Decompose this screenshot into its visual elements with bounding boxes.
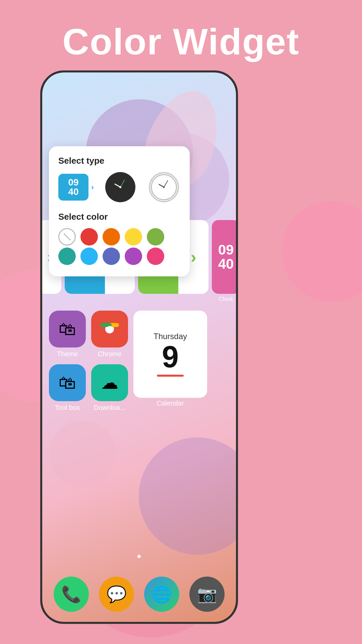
theme-icon: 🛍 — [49, 311, 86, 347]
dock-phone[interactable]: 📞 — [54, 577, 89, 612]
widget-type-popup: Select type 09 40 › — [49, 146, 190, 276]
color-swatch-indigo[interactable] — [103, 248, 120, 265]
green-chevron-icon: › — [191, 247, 196, 267]
app-chrome[interactable]: G Chrome — [91, 311, 128, 358]
color-swatches-row1 — [58, 228, 180, 246]
page-dot-active — [137, 555, 141, 558]
minimal-center — [163, 186, 165, 188]
app-theme[interactable]: 🛍 Theme — [49, 311, 86, 358]
phone-screen: Select type 09 40 › — [42, 72, 236, 622]
app-download[interactable]: ☁ Downloa... — [91, 364, 128, 412]
minimal-face — [151, 174, 177, 200]
toolbox-icon: 🛍 — [49, 364, 86, 401]
download-icon: ☁ — [91, 364, 128, 401]
color-swatch-red[interactable] — [80, 228, 98, 246]
app-toolbox[interactable]: 🛍 Tool box — [49, 364, 86, 412]
theme-label: Theme — [57, 350, 78, 358]
calendar-widget[interactable]: Thursday 9 Calendar — [133, 311, 207, 398]
calendar-label: Calendar — [133, 399, 207, 407]
dock-camera[interactable]: 📷 — [189, 577, 225, 612]
title-section: Color Widget — [0, 20, 362, 63]
type-analog[interactable] — [105, 172, 135, 202]
clock-face — [109, 175, 132, 199]
calendar-day-name: Thursday — [154, 332, 187, 341]
bottom-dock: 📞 💬 🌐 📷 — [42, 577, 236, 612]
color-swatch-purple[interactable] — [125, 248, 142, 265]
type-options-row: 09 40 › — [58, 172, 180, 202]
select-type-label: Select type — [58, 156, 180, 166]
dock-message[interactable]: 💬 — [99, 577, 134, 612]
phone-mockup: Select type 09 40 › — [40, 70, 238, 624]
color-swatch-light-blue[interactable] — [80, 248, 98, 265]
dock-browser[interactable]: 🌐 — [144, 577, 179, 612]
toolbox-label: Tool box — [55, 404, 80, 412]
chrome-icon: G — [91, 311, 128, 347]
color-swatch-pink[interactable] — [147, 248, 164, 265]
calendar-date: 9 — [162, 342, 179, 372]
select-color-label: Select color — [58, 212, 180, 222]
color-swatch-orange[interactable] — [103, 228, 120, 246]
page-title: Color Widget — [0, 20, 362, 63]
calendar-underline — [157, 375, 184, 377]
page-dots — [42, 555, 236, 558]
type-digital[interactable]: 09 40 › — [58, 174, 88, 201]
clock-center — [119, 186, 121, 188]
minimal-preview — [149, 172, 179, 202]
pink-clock-label: Clock — [212, 296, 236, 303]
color-swatch-yellow[interactable] — [125, 228, 142, 246]
widget-pink-edge: 09 40 Clock — [212, 220, 236, 294]
color-swatch-green[interactable] — [147, 228, 164, 246]
type-minimal[interactable] — [149, 172, 179, 202]
digital-preview: 09 40 › — [58, 174, 88, 201]
color-swatch-none[interactable] — [58, 228, 76, 246]
svg-text:G: G — [107, 324, 112, 333]
color-swatch-teal[interactable] — [58, 248, 76, 265]
analog-preview — [105, 172, 135, 202]
chrome-label: Chrome — [98, 350, 121, 358]
apps-row2: 🛍 Tool box ☁ Downloa... — [49, 364, 128, 412]
color-swatches-row2 — [58, 248, 180, 265]
download-label: Downloa... — [94, 404, 126, 412]
pink-minute: 40 — [218, 257, 234, 271]
pink-hour: 09 — [218, 243, 234, 257]
